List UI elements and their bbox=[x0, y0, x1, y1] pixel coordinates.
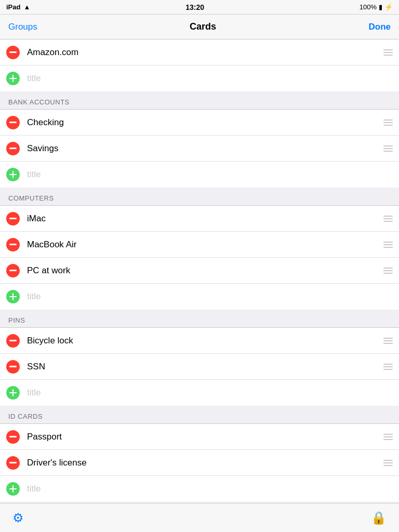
list-item[interactable]: title bbox=[0, 162, 399, 188]
list-item[interactable]: title bbox=[0, 476, 399, 502]
add-button[interactable] bbox=[6, 290, 20, 303]
add-button[interactable] bbox=[6, 482, 20, 496]
add-item-placeholder[interactable]: title bbox=[27, 291, 393, 302]
page-title: Cards bbox=[190, 21, 216, 32]
bottom-bar: ⚙ 🔒 bbox=[0, 503, 399, 532]
list-section-bank-accounts: CheckingSavingstitle bbox=[0, 110, 399, 188]
item-label: MacBook Air bbox=[27, 240, 379, 250]
status-left: iPad ▲ bbox=[6, 3, 30, 11]
delete-button[interactable] bbox=[6, 116, 20, 129]
item-label: Amazon.com bbox=[27, 47, 379, 58]
list-item: Savings bbox=[0, 136, 399, 162]
drag-handle-icon[interactable] bbox=[383, 364, 393, 370]
wifi-icon: ▲ bbox=[23, 3, 30, 11]
list-item: Passport bbox=[0, 424, 399, 450]
list-section-id-cards: PassportDriver's licensetitle bbox=[0, 424, 399, 502]
groups-button[interactable]: Groups bbox=[8, 22, 37, 32]
delete-button[interactable] bbox=[6, 238, 20, 251]
item-label: Checking bbox=[27, 117, 379, 128]
lock-icon[interactable]: 🔒 bbox=[371, 511, 387, 525]
delete-button[interactable] bbox=[6, 430, 20, 444]
status-time: 13:20 bbox=[185, 3, 204, 11]
drag-handle-icon[interactable] bbox=[383, 216, 393, 222]
item-label: Bicycle lock bbox=[27, 336, 379, 346]
item-label: Savings bbox=[27, 143, 379, 154]
done-button[interactable]: Done bbox=[369, 22, 391, 32]
drag-handle-icon[interactable] bbox=[383, 338, 393, 344]
delete-button[interactable] bbox=[6, 142, 20, 155]
drag-handle-icon[interactable] bbox=[383, 145, 393, 152]
list-item[interactable]: title bbox=[0, 380, 399, 406]
list-item: MacBook Air bbox=[0, 232, 399, 258]
battery-icon: ▮ bbox=[379, 3, 382, 11]
list-item[interactable]: title bbox=[0, 65, 399, 91]
list-section-computers: iMacMacBook AirPC at worktitle bbox=[0, 206, 399, 310]
drag-handle-icon[interactable] bbox=[383, 460, 393, 466]
item-label: iMac bbox=[27, 214, 379, 224]
settings-icon[interactable]: ⚙ bbox=[12, 511, 24, 525]
add-item-placeholder[interactable]: title bbox=[27, 73, 393, 84]
add-button[interactable] bbox=[6, 168, 20, 181]
drag-handle-icon[interactable] bbox=[383, 49, 393, 56]
charging-icon: ⚡ bbox=[384, 3, 393, 11]
delete-button[interactable] bbox=[6, 360, 20, 374]
section-header-bank-accounts: BANK ACCOUNTS bbox=[0, 92, 399, 110]
delete-button[interactable] bbox=[6, 456, 20, 470]
item-label: Passport bbox=[27, 432, 379, 442]
status-bar: iPad ▲ 13:20 100% ▮ ⚡ bbox=[0, 0, 399, 15]
drag-handle-icon[interactable] bbox=[383, 268, 393, 274]
list-section-no-header: Amazon.comtitle bbox=[0, 39, 399, 91]
list-item: Checking bbox=[0, 110, 399, 136]
item-label: PC at work bbox=[27, 265, 379, 276]
item-label: Driver's license bbox=[27, 458, 379, 468]
add-button[interactable] bbox=[6, 72, 20, 85]
add-button[interactable] bbox=[6, 386, 20, 400]
section-header-computers: COMPUTERS bbox=[0, 188, 399, 206]
delete-button[interactable] bbox=[6, 264, 20, 277]
add-item-placeholder[interactable]: title bbox=[27, 388, 393, 398]
add-item-placeholder[interactable]: title bbox=[27, 169, 393, 180]
device-label: iPad bbox=[6, 3, 20, 11]
content-area: Amazon.comtitleBANK ACCOUNTSCheckingSavi… bbox=[0, 39, 399, 532]
list-item: Driver's license bbox=[0, 450, 399, 476]
drag-handle-icon[interactable] bbox=[383, 242, 393, 248]
item-label: SSN bbox=[27, 362, 379, 372]
drag-handle-icon[interactable] bbox=[383, 119, 393, 126]
add-item-placeholder[interactable]: title bbox=[27, 484, 393, 494]
list-item[interactable]: title bbox=[0, 284, 399, 310]
delete-button[interactable] bbox=[6, 334, 20, 348]
battery-label: 100% bbox=[360, 3, 377, 11]
list-item: Amazon.com bbox=[0, 39, 399, 65]
list-item: Bicycle lock bbox=[0, 328, 399, 354]
list-item: SSN bbox=[0, 354, 399, 380]
status-right: 100% ▮ ⚡ bbox=[360, 3, 393, 11]
list-item: iMac bbox=[0, 206, 399, 232]
delete-button[interactable] bbox=[6, 46, 20, 59]
list-item: PC at work bbox=[0, 258, 399, 284]
list-section-pins: Bicycle lockSSNtitle bbox=[0, 328, 399, 406]
nav-bar: Groups Cards Done bbox=[0, 15, 399, 39]
drag-handle-icon[interactable] bbox=[383, 434, 393, 440]
section-header-pins: PINS bbox=[0, 310, 399, 328]
section-header-id-cards: ID CARDS bbox=[0, 406, 399, 424]
delete-button[interactable] bbox=[6, 212, 20, 225]
